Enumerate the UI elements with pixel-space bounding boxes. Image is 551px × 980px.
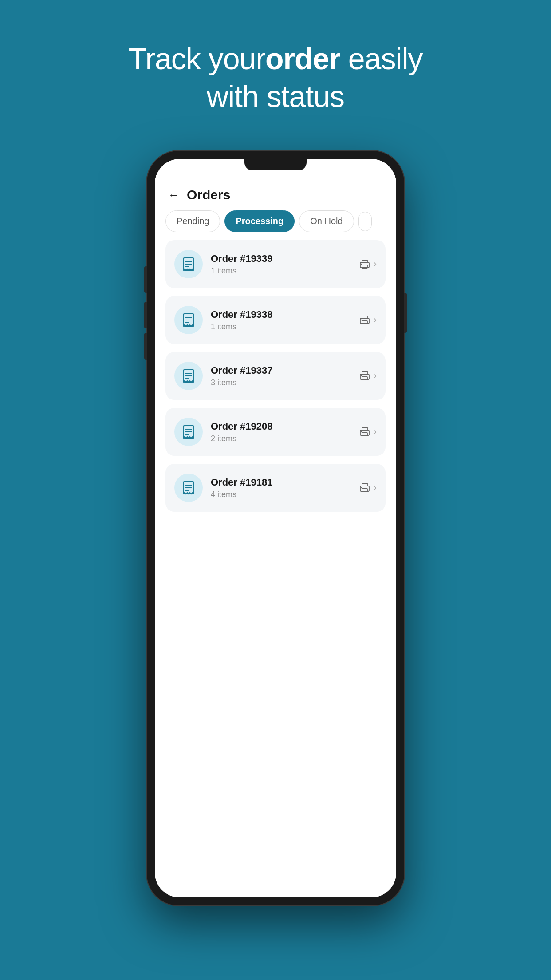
order-actions: › (358, 258, 377, 270)
order-items: 2 items (211, 434, 350, 443)
tab-partial (358, 212, 372, 231)
receipt-icon (181, 424, 196, 439)
tab-processing[interactable]: Processing (224, 210, 295, 232)
chevron-right-icon: › (374, 258, 377, 270)
chevron-right-icon: › (374, 426, 377, 438)
chevron-right-icon: › (374, 370, 377, 382)
chevron-right-icon: › (374, 482, 377, 494)
headline-bold: order (265, 42, 340, 75)
order-info: Order #19181 4 items (211, 477, 350, 499)
tabs-row: Pending Processing On Hold (155, 210, 396, 232)
print-icon[interactable] (358, 426, 371, 438)
svg-point-27 (361, 431, 362, 432)
orders-list: Order #19339 1 items › (155, 237, 396, 897)
chevron-right-icon: › (374, 314, 377, 326)
order-items: 1 items (211, 322, 350, 332)
svg-point-34 (361, 487, 362, 488)
order-actions: › (358, 482, 377, 494)
print-icon[interactable] (358, 314, 371, 326)
order-info: Order #19338 1 items (211, 309, 350, 332)
order-info: Order #19208 2 items (211, 421, 350, 443)
order-icon-wrap (174, 418, 203, 446)
order-actions: › (358, 426, 377, 438)
page-title: Orders (187, 187, 230, 202)
order-icon-wrap (174, 362, 203, 390)
receipt-icon (181, 480, 196, 495)
order-icon-wrap (174, 474, 203, 502)
receipt-icon (181, 257, 196, 272)
order-number: Order #19208 (211, 421, 350, 432)
headline: Track yourorder easily with status (128, 40, 422, 115)
back-button[interactable]: ← (168, 188, 180, 202)
headline-line2: with status (207, 79, 344, 113)
print-icon[interactable] (358, 370, 371, 382)
svg-point-6 (361, 264, 362, 265)
order-actions: › (358, 370, 377, 382)
order-icon-wrap (174, 306, 203, 334)
screen-header: ← Orders (155, 175, 396, 210)
order-card[interactable]: Order #19337 3 items › (165, 352, 386, 400)
order-info: Order #19337 3 items (211, 365, 350, 387)
order-number: Order #19337 (211, 365, 350, 376)
order-items: 4 items (211, 490, 350, 499)
order-number: Order #19181 (211, 477, 350, 488)
screen-content: ← Orders Pending Processing On Hold (155, 175, 396, 897)
order-card[interactable]: Order #19339 1 items › (165, 240, 386, 288)
order-card[interactable]: Order #19208 2 items › (165, 408, 386, 456)
order-card[interactable]: Order #19338 1 items › (165, 296, 386, 344)
receipt-icon (181, 368, 196, 383)
phone-screen: ← Orders Pending Processing On Hold (155, 159, 396, 897)
svg-point-20 (361, 375, 362, 376)
receipt-icon (181, 312, 196, 328)
phone-notch (244, 159, 307, 170)
svg-point-13 (361, 320, 362, 320)
order-card[interactable]: Order #19181 4 items › (165, 464, 386, 512)
phone-shell: ← Orders Pending Processing On Hold (147, 151, 404, 905)
order-items: 1 items (211, 266, 350, 276)
order-info: Order #19339 1 items (211, 253, 350, 276)
print-icon[interactable] (358, 258, 371, 270)
headline-suffix: easily (340, 42, 423, 75)
order-items: 3 items (211, 378, 350, 387)
headline-text-1: Track your (128, 42, 265, 75)
order-icon-wrap (174, 250, 203, 278)
order-number: Order #19338 (211, 309, 350, 320)
order-actions: › (358, 314, 377, 326)
order-number: Order #19339 (211, 253, 350, 265)
tab-on-hold[interactable]: On Hold (299, 210, 354, 232)
phone-mockup: ← Orders Pending Processing On Hold (147, 151, 404, 905)
print-icon[interactable] (358, 482, 371, 494)
tab-pending[interactable]: Pending (165, 210, 220, 232)
